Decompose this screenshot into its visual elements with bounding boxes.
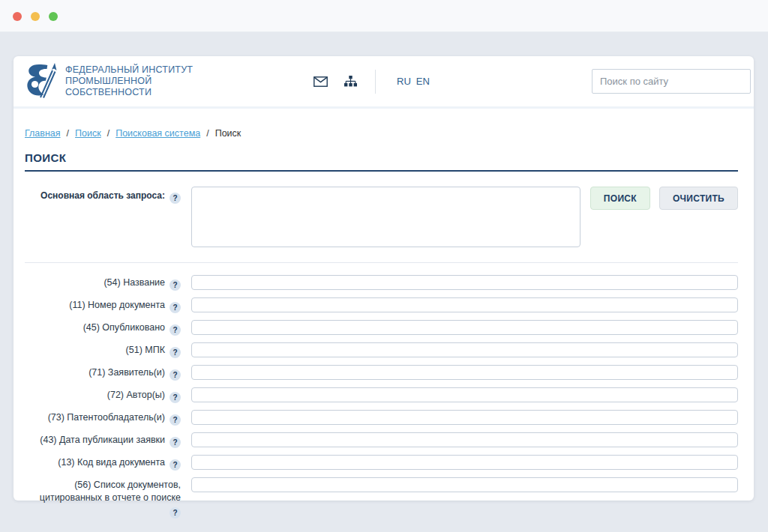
field-label: (43) Дата публикации заявки?	[25, 432, 181, 448]
field-row: (72) Автор(ы)?	[25, 387, 738, 403]
field-row: (45) Опубликовано?	[25, 320, 738, 336]
field-row: (71) Заявитель(и)?	[25, 365, 738, 381]
breadcrumb-item[interactable]: Поисковая система	[116, 128, 200, 139]
window-controls	[13, 12, 58, 21]
help-icon[interactable]: ?	[170, 459, 181, 471]
org-name: ФЕДЕРАЛЬНЫЙ ИНСТИТУТ ПРОМЫШЛЕННОЙ СОБСТВ…	[65, 64, 193, 98]
language-switch: RU EN	[397, 76, 430, 87]
field-label: (56) Список документов, цитированных в о…	[25, 477, 181, 519]
help-icon[interactable]: ?	[170, 193, 181, 204]
close-window-button[interactable]	[13, 12, 22, 21]
field-row: (11) Номер документа?	[25, 297, 738, 313]
field-label: (13) Код вида документа?	[25, 455, 181, 471]
breadcrumb-separator: /	[67, 128, 69, 139]
field-label: (72) Автор(ы)?	[25, 387, 181, 403]
breadcrumb: Главная/Поиск/Поисковая система/Поиск	[25, 128, 738, 139]
lang-en[interactable]: EN	[416, 76, 430, 87]
breadcrumb-item: Поиск	[215, 128, 242, 139]
field-input[interactable]	[191, 432, 738, 447]
sitemap-icon[interactable]	[344, 76, 357, 87]
site-header: ФЕДЕРАЛЬНЫЙ ИНСТИТУТ ПРОМЫШЛЕННОЙ СОБСТВ…	[14, 56, 754, 109]
breadcrumb-item[interactable]: Поиск	[75, 128, 101, 139]
field-row: (43) Дата публикации заявки?	[25, 432, 738, 448]
help-icon[interactable]: ?	[170, 279, 181, 291]
lang-ru[interactable]: RU	[397, 76, 411, 87]
page-title: ПОИСК	[25, 151, 738, 172]
help-icon[interactable]: ?	[170, 437, 181, 448]
field-row: (73) Патентообладатель(и)?	[25, 410, 738, 426]
field-input[interactable]	[191, 410, 738, 425]
field-label: (73) Патентообладатель(и)?	[25, 410, 181, 426]
fips-logo-block[interactable]: ФЕДЕРАЛЬНЫЙ ИНСТИТУТ ПРОМЫШЛЕННОЙ СОБСТВ…	[25, 61, 197, 103]
field-label: (51) МПК?	[25, 342, 181, 358]
breadcrumb-item[interactable]: Главная	[25, 128, 61, 139]
help-icon[interactable]: ?	[170, 392, 181, 403]
help-icon[interactable]: ?	[170, 369, 181, 381]
field-input[interactable]	[191, 342, 738, 357]
help-icon[interactable]: ?	[170, 347, 181, 358]
header-divider	[375, 70, 376, 94]
field-label: (54) Название?	[25, 275, 181, 291]
field-row: (13) Код вида документа?	[25, 455, 738, 471]
zoom-window-button[interactable]	[49, 12, 58, 21]
fips-logo-icon	[25, 61, 58, 103]
fields-list: (54) Название? (11) Номер документа? (45…	[25, 275, 738, 519]
help-icon[interactable]: ?	[170, 507, 181, 519]
mail-icon[interactable]	[314, 76, 328, 87]
minimize-window-button[interactable]	[31, 12, 40, 21]
field-label: (11) Номер документа?	[25, 297, 181, 313]
clear-button[interactable]: ОЧИСТИТЬ	[659, 187, 738, 210]
field-label: (45) Опубликовано?	[25, 320, 181, 336]
help-icon[interactable]: ?	[170, 414, 181, 426]
field-input[interactable]	[191, 297, 738, 312]
search-button[interactable]: ПОИСК	[590, 187, 650, 210]
section-divider	[25, 262, 738, 263]
field-row: (56) Список документов, цитированных в о…	[25, 477, 738, 519]
field-input[interactable]	[191, 320, 738, 335]
help-icon[interactable]: ?	[170, 324, 181, 336]
field-label: (71) Заявитель(и)?	[25, 365, 181, 381]
field-input[interactable]	[191, 365, 738, 380]
help-icon[interactable]: ?	[170, 302, 181, 313]
field-input[interactable]	[191, 275, 738, 290]
query-section: Основная область запроса:? ПОИСК ОЧИСТИТ…	[25, 187, 738, 247]
site-search-input[interactable]	[592, 69, 751, 94]
browser-titlebar	[0, 0, 768, 32]
field-input[interactable]	[191, 477, 738, 492]
field-input[interactable]	[191, 455, 738, 470]
query-label: Основная область запроса:?	[25, 187, 181, 204]
breadcrumb-separator: /	[206, 128, 208, 139]
field-row: (51) МПК?	[25, 342, 738, 358]
field-row: (54) Название?	[25, 275, 738, 291]
query-textarea[interactable]	[191, 187, 580, 247]
page-card: ФЕДЕРАЛЬНЫЙ ИНСТИТУТ ПРОМЫШЛЕННОЙ СОБСТВ…	[14, 56, 754, 501]
breadcrumb-separator: /	[107, 128, 110, 139]
field-input[interactable]	[191, 387, 738, 402]
